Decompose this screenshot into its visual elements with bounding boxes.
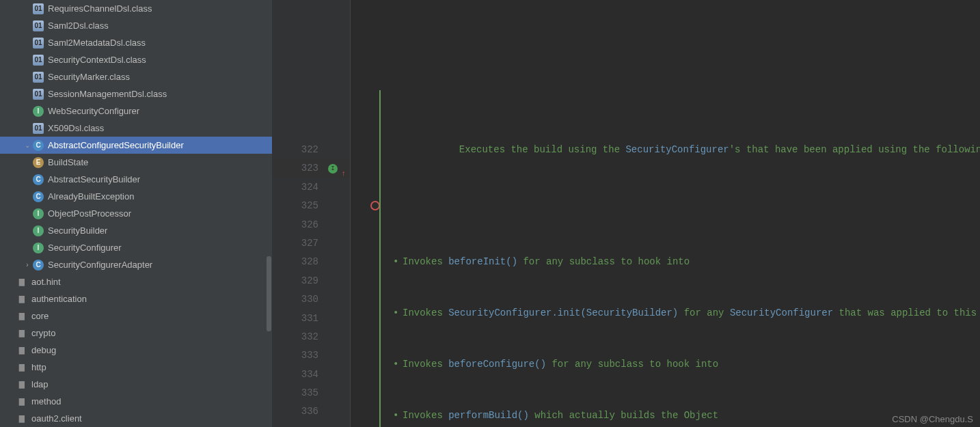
doc-text: Executes the build using the [459,144,626,155]
tree-class[interactable]: CAlreadyBuiltException [0,188,272,205]
line-number[interactable]: 324 [272,178,350,197]
line-number[interactable]: 333 [272,346,350,365]
line-number[interactable]: 327 [272,234,350,253]
classfile-icon: 01 [33,55,44,66]
folder-icon: ▇ [16,345,27,356]
tree-file[interactable]: 01X509Dsl.class [0,120,272,137]
class-icon: C [33,140,44,151]
tree-package[interactable]: ▇authentication [0,290,272,307]
line-number[interactable]: 323I↑ [272,159,350,178]
line-number[interactable]: 329 [272,272,350,290]
folder-icon: ▇ [16,294,27,305]
classfile-icon: 01 [33,38,44,49]
class-icon: C [33,174,44,185]
enum-icon: E [33,157,44,168]
line-number[interactable]: 325 [272,197,350,215]
classfile-icon: 01 [33,3,44,14]
tree-file[interactable]: 01SecurityContextDsl.class [0,51,272,68]
scrollbar-thumb[interactable] [267,256,271,331]
interface-icon: I [33,243,44,253]
tree-file[interactable]: 01SessionManagementDsl.class [0,85,272,102]
line-number[interactable]: 330 [272,290,350,309]
javadoc-block: Executes the build using the SecurityCon… [351,56,911,427]
line-number[interactable]: 328 [272,253,350,271]
folder-icon: ▇ [16,379,27,390]
line-number[interactable]: 335 [272,384,350,402]
tree-package[interactable]: ▇oauth2.client [0,410,272,427]
tree-package[interactable]: ▇ldap [0,376,272,393]
folder-icon: ▇ [16,396,27,407]
tree-package[interactable]: ▇core [0,307,272,325]
tree-file[interactable]: 01Saml2MetadataDsl.class [0,34,272,51]
classfile-icon: 01 [33,89,44,100]
tree-file[interactable]: 01SecurityMarker.class [0,68,272,85]
folder-icon: ▇ [16,277,27,288]
project-tree[interactable]: 01RequiresChannelDsl.class 01Saml2Dsl.cl… [0,0,272,427]
line-number[interactable]: 326 [272,216,350,234]
folder-icon: ▇ [16,413,27,424]
interface-icon: I [33,208,44,219]
classfile-icon: 01 [33,20,44,31]
folder-icon: ▇ [16,328,27,339]
tree-class[interactable]: CAbstractSecurityBuilder [0,171,272,188]
line-number[interactable]: 322 [272,141,350,159]
line-number[interactable]: 331 [272,309,350,328]
doc-ref[interactable]: beforeInit() [448,256,517,267]
tree-enum[interactable]: EBuildState [0,154,272,171]
override-marker-icon[interactable]: I [328,164,338,174]
classfile-icon: 01 [33,72,44,83]
tree-package[interactable]: ▇debug [0,342,272,359]
doc-ref[interactable]: SecurityConfigurer [625,144,729,155]
line-number[interactable]: 332 [272,328,350,346]
tree-file[interactable]: 01Saml2Dsl.class [0,17,272,34]
doc-ref[interactable]: SecurityConfigurer.init(SecurityBuilder) [448,307,678,318]
chevron-right-icon[interactable]: › [22,261,33,268]
class-icon: C [33,260,44,271]
tree-package[interactable]: ▇crypto [0,325,272,342]
tree-class-selected[interactable]: ⌄ C AbstractConfiguredSecurityBuilder [0,137,272,154]
doc-text: 's that have been applied using the foll… [729,144,980,155]
editor-gutter[interactable]: 322323I↑32432532632732832933033133233333… [272,0,351,427]
tree-file[interactable]: 01RequiresChannelDsl.class [0,0,272,17]
doc-ref[interactable]: SecurityConfigurer [730,307,833,318]
class-icon: C [33,191,44,202]
interface-icon: I [33,106,44,117]
tree-interface[interactable]: IObjectPostProcessor [0,205,272,222]
tree-package[interactable]: ▇aot.hint [0,273,272,290]
code-area[interactable]: Executes the build using the SecurityCon… [351,0,980,427]
tree-class[interactable]: ›CSecurityConfigurerAdapter [0,256,272,273]
tree-package[interactable]: ▇http [0,359,272,376]
folder-icon: ▇ [16,311,27,322]
chevron-down-icon[interactable]: ⌄ [22,141,33,149]
line-number[interactable]: 336 [272,402,350,421]
tree-interface[interactable]: ISecurityConfigurer [0,239,272,256]
line-number[interactable]: 334 [272,366,350,384]
tree-package[interactable]: ▇method [0,393,272,410]
doc-ref[interactable]: performBuild() [448,410,529,421]
classfile-icon: 01 [33,123,44,134]
interface-icon: I [33,225,44,236]
tree-interface[interactable]: ISecurityBuilder [0,222,272,239]
code-editor[interactable]: 322323I↑32432532632732832933033133233333… [272,0,980,427]
folder-icon: ▇ [16,362,27,373]
doc-ref[interactable]: beforeConfigure() [448,359,546,370]
tree-file[interactable]: IWebSecurityConfigurer [0,102,272,120]
